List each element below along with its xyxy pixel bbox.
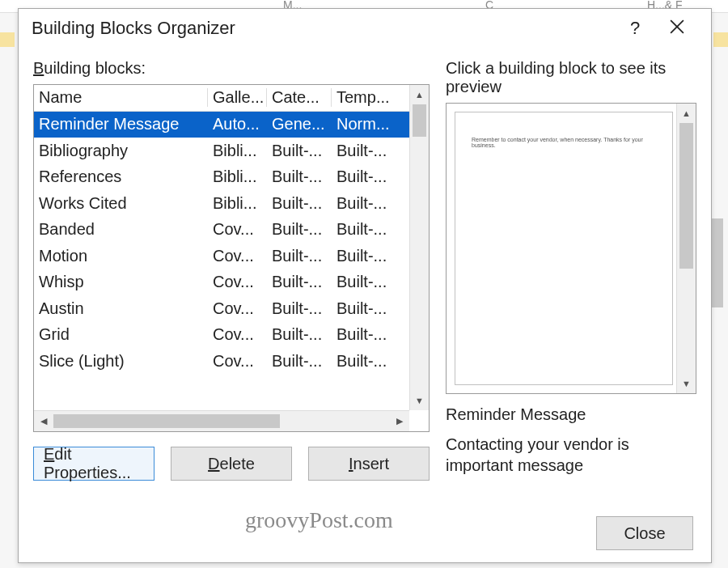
cell-name: Grid [34, 325, 208, 344]
cell-category: Built-... [267, 167, 332, 186]
help-button[interactable]: ? [614, 12, 656, 45]
preview-vertical-scrollbar[interactable]: ▲ ▼ [676, 104, 696, 393]
cell-gallery: Cov... [208, 220, 267, 239]
scroll-left-icon[interactable]: ◀ [34, 411, 53, 431]
right-pane: Click a building block to see its previe… [446, 51, 696, 504]
list-row[interactable]: BibliographyBibli...Built-...Built-... [34, 138, 429, 164]
list-row[interactable]: GridCov...Built-...Built-... [34, 322, 429, 349]
insert-button[interactable]: Insert [308, 447, 430, 481]
bg-yellow-right [713, 32, 728, 47]
dialog-title: Building Blocks Organizer [32, 18, 614, 39]
list-row[interactable]: MotionCov...Built-...Built-... [34, 243, 429, 269]
cell-gallery: Bibli... [208, 194, 267, 213]
cell-gallery: Cov... [208, 247, 267, 265]
list-row[interactable]: AustinCov...Built-...Built-... [34, 295, 429, 322]
help-icon: ? [630, 18, 640, 39]
cell-name: Works Cited [34, 194, 208, 213]
left-pane: Building blocks: Name Galle... Cate... T… [33, 51, 430, 504]
preview-page: Remember to contact your vendor, when ne… [455, 112, 673, 385]
cell-name: Bibliography [34, 142, 208, 160]
cell-category: Built-... [267, 142, 332, 160]
preview-vscroll-track[interactable] [677, 123, 696, 374]
scroll-up-icon[interactable]: ▲ [410, 85, 429, 104]
cell-category: Built-... [267, 247, 332, 265]
cell-name: Reminder Message [34, 115, 208, 134]
cell-name: Banded [34, 220, 208, 239]
hscroll-thumb[interactable] [53, 414, 280, 428]
titlebar: Building Blocks Organizer ? [19, 9, 711, 48]
list-row[interactable]: Works CitedBibli...Built-...Built-... [34, 190, 429, 217]
cell-gallery: Bibli... [208, 167, 267, 186]
close-icon [670, 18, 684, 39]
cell-category: Built-... [267, 273, 332, 291]
list-horizontal-scrollbar[interactable]: ◀ ▶ [34, 410, 409, 431]
cell-name: Whisp [34, 273, 208, 291]
building-blocks-organizer-dialog: Building Blocks Organizer ? Building blo… [18, 8, 712, 563]
list-row[interactable]: WhispCov...Built-...Built-... [34, 269, 429, 296]
list-row[interactable]: Slice (Light)Cov...Built-...Built-... [34, 348, 429, 375]
delete-button[interactable]: Delete [171, 447, 292, 481]
col-header-gallery[interactable]: Galle... [208, 88, 267, 107]
preview-name: Reminder Message [446, 405, 696, 424]
scroll-down-icon[interactable]: ▼ [410, 391, 429, 410]
list-row[interactable]: BandedCov...Built-...Built-... [34, 217, 429, 244]
cell-gallery: Cov... [208, 273, 267, 291]
list-header: Name Galle... Cate... Temp... [34, 85, 429, 112]
close-x-button[interactable] [656, 12, 698, 45]
cell-category: Built-... [267, 299, 332, 318]
cell-gallery: Auto... [208, 115, 267, 134]
building-blocks-label: Building blocks: [33, 59, 430, 78]
preview-page-text: Remember to contact your vendor, when ne… [472, 137, 656, 148]
building-blocks-list[interactable]: Name Galle... Cate... Temp... Reminder M… [33, 84, 430, 432]
preview-label: Click a building block to see its previe… [446, 59, 696, 96]
cell-category: Built-... [267, 220, 332, 239]
hscroll-track[interactable] [53, 411, 390, 431]
cell-name: Slice (Light) [34, 352, 208, 371]
col-header-category[interactable]: Cate... [267, 88, 332, 107]
cell-gallery: Cov... [208, 299, 267, 318]
scroll-right-icon[interactable]: ▶ [390, 411, 409, 431]
cell-gallery: Cov... [208, 352, 267, 371]
cell-category: Built-... [267, 194, 332, 213]
list-vertical-scrollbar[interactable]: ▲ ▼ [409, 85, 429, 410]
cell-category: Built-... [267, 352, 332, 371]
cell-category: Gene... [267, 115, 332, 134]
col-header-name[interactable]: Name [34, 88, 208, 107]
bg-scrollbar [712, 218, 723, 307]
cell-name: References [34, 167, 208, 186]
cell-name: Motion [34, 247, 208, 265]
vscroll-thumb[interactable] [413, 104, 426, 137]
vscroll-track[interactable] [410, 104, 429, 391]
bg-yellow-left [0, 32, 15, 47]
preview-box: Remember to contact your vendor, when ne… [446, 103, 696, 394]
list-row[interactable]: Reminder MessageAuto...Gene...Norm... [34, 112, 429, 138]
watermark: groovyPost.com [245, 507, 393, 533]
preview-scroll-up-icon[interactable]: ▲ [677, 104, 696, 123]
preview-vscroll-thumb[interactable] [679, 123, 693, 269]
list-row[interactable]: ReferencesBibli...Built-...Built-... [34, 164, 429, 191]
preview-scroll-down-icon[interactable]: ▼ [677, 374, 696, 393]
cell-name: Austin [34, 299, 208, 318]
cell-gallery: Cov... [208, 325, 267, 344]
left-button-row: Edit Properties... Delete Insert [33, 447, 430, 481]
list-rows-area: Reminder MessageAuto...Gene...Norm...Bib… [34, 112, 429, 432]
cell-gallery: Bibli... [208, 142, 267, 160]
preview-description: Contacting your vendor is important mess… [446, 434, 696, 476]
edit-properties-button[interactable]: Edit Properties... [33, 447, 154, 481]
close-button[interactable]: Close [596, 516, 693, 550]
cell-category: Built-... [267, 325, 332, 344]
